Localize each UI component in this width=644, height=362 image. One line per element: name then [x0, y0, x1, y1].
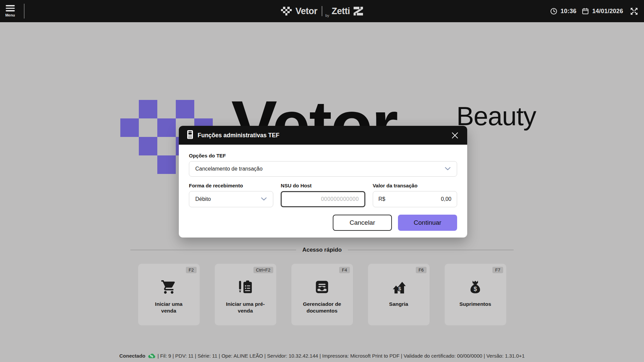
- status-bar: Conectado | Fil: 9 | PDV: 11 | Série: 11…: [0, 353, 644, 359]
- card-iniciar-pre-venda[interactable]: Ctrl+F2 Iniciar uma pré-ven: [215, 264, 276, 325]
- divider-line: [348, 250, 514, 250]
- shortcut-badge: F4: [339, 267, 350, 273]
- amount-label: Valor da transação: [373, 183, 457, 188]
- shortcut-badge: F7: [492, 267, 503, 273]
- background-tagline: Beauty: [456, 101, 536, 132]
- card-label: Gerenciador de documentos: [300, 301, 344, 314]
- nsu-field: NSU do Host: [281, 183, 365, 207]
- shortcut-badge: F2: [186, 267, 196, 273]
- card-suprimentos[interactable]: F7 $ Suprimentos: [445, 264, 506, 325]
- shortcut-badge: F6: [416, 267, 426, 273]
- topbar-status: 10:36 14/01/2026: [550, 0, 639, 22]
- topbar-divider: [24, 4, 25, 19]
- money-bag-icon: $: [468, 279, 483, 295]
- fullscreen-button[interactable]: [630, 7, 639, 16]
- pos-terminal-icon: [187, 130, 193, 141]
- chevron-down-icon: [445, 166, 451, 172]
- currency-prefix: R$: [378, 196, 385, 202]
- brand-by-text: by: [325, 13, 329, 17]
- shortcut-badge: Ctrl+F2: [253, 267, 273, 273]
- cash-withdraw-icon: $: [391, 279, 406, 295]
- card-label: Suprimentos: [459, 301, 491, 307]
- cart-icon: [161, 279, 177, 295]
- menu-label: Menu: [5, 13, 15, 17]
- continue-button[interactable]: Continuar: [398, 215, 457, 231]
- brand-logo: Vetor by Zetti: [281, 0, 363, 22]
- time-value: 10:36: [561, 8, 576, 15]
- payment-method-value: Débito: [195, 196, 261, 202]
- hamburger-icon: [6, 5, 15, 11]
- amount-field: Valor da transação R$ 0,00: [373, 183, 457, 207]
- modal-body: Opções do TEF Cancelamento de transação …: [179, 145, 467, 231]
- svg-text:$: $: [398, 286, 401, 291]
- card-label: Sangria: [389, 301, 408, 307]
- brand-zetti-text: Zetti: [332, 6, 350, 16]
- card-gerenciador-documentos[interactable]: F4 Gerenciador de documentos: [291, 264, 353, 325]
- quick-access-section: Acesso rápido F2 Iniciar uma venda Ctrl+…: [0, 247, 644, 325]
- divider-line: [130, 250, 296, 250]
- menu-button[interactable]: Menu: [0, 0, 20, 22]
- payment-method-field: Forma de recebimento Débito: [189, 183, 273, 207]
- card-sangria[interactable]: F6 $ Sangria: [368, 264, 430, 325]
- amount-input[interactable]: R$ 0,00: [373, 191, 457, 207]
- quick-access-title: Acesso rápido: [302, 247, 341, 253]
- chevron-down-icon: [261, 196, 267, 202]
- cloud-sync-icon: [148, 353, 155, 359]
- clipboard-pen-icon: [238, 279, 253, 295]
- cancel-button[interactable]: Cancelar: [333, 215, 392, 231]
- card-iniciar-venda[interactable]: F2 Iniciar uma venda: [138, 264, 200, 325]
- status-info: | Fil: 9 | PDV: 11 | Série: 11 | Ope: AL…: [158, 353, 525, 359]
- nsu-label: NSU do Host: [281, 183, 365, 188]
- tef-admin-modal: Funções administrativas TEF Opções do TE…: [179, 126, 467, 238]
- topbar: Menu Vetor by Zetti: [0, 0, 644, 22]
- payment-method-select[interactable]: Débito: [189, 191, 273, 207]
- date-value: 14/01/2026: [592, 8, 623, 15]
- tef-options-value: Cancelamento de transação: [195, 166, 445, 172]
- brand-vetor-text: Vetor: [295, 6, 317, 16]
- document-manager-icon: [314, 279, 330, 295]
- vetor-heart-icon: [281, 7, 292, 15]
- connection-status: Conectado: [119, 353, 146, 359]
- modal-header: Funções administrativas TEF: [179, 126, 467, 145]
- modal-title: Funções administrativas TEF: [198, 132, 446, 139]
- clock-icon: [550, 7, 558, 15]
- card-label: Iniciar uma venda: [147, 301, 190, 314]
- close-icon[interactable]: [450, 131, 459, 140]
- brand-separator: [322, 6, 322, 16]
- zetti-z-icon: [354, 6, 363, 16]
- card-label: Iniciar uma pré-venda: [224, 301, 267, 314]
- payment-method-label: Forma de recebimento: [189, 183, 273, 188]
- svg-text:$: $: [474, 286, 477, 292]
- tef-options-label: Opções do TEF: [189, 153, 457, 158]
- nsu-input[interactable]: [281, 191, 365, 207]
- amount-value: 0,00: [441, 196, 451, 202]
- tef-options-select[interactable]: Cancelamento de transação: [189, 161, 457, 177]
- calendar-icon: [581, 7, 589, 15]
